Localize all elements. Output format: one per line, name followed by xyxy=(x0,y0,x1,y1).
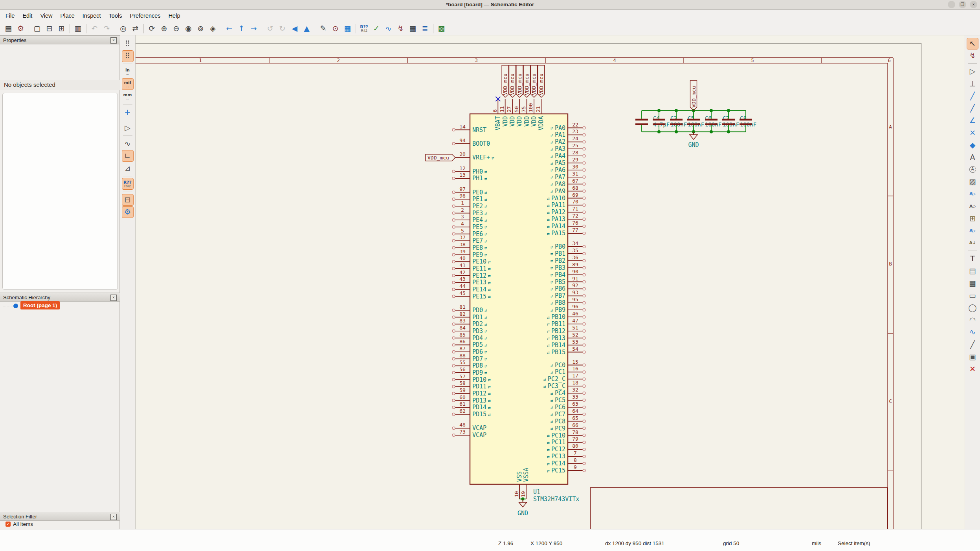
add-ellipse-icon[interactable]: ◯ xyxy=(967,302,978,313)
properties-close-icon[interactable]: × xyxy=(110,37,117,44)
annotate-icon[interactable]: ✎ xyxy=(318,24,329,34)
paste-icon[interactable]: ▥ xyxy=(73,24,83,34)
hidden-pins-icon[interactable]: ▷ xyxy=(122,123,133,134)
redo-icon[interactable]: ↷ xyxy=(102,24,112,34)
junction-icon[interactable]: ◆ xyxy=(967,139,978,150)
find-replace-icon[interactable]: ⇄ xyxy=(130,24,141,34)
schematic-setup-icon[interactable]: ⚙ xyxy=(16,24,26,34)
add-power-icon[interactable]: ⊥ xyxy=(967,78,978,89)
zoom-objects-icon[interactable]: ⊚ xyxy=(196,24,206,34)
checkbox-all-items[interactable]: ✓ xyxy=(6,522,11,527)
global-label-icon[interactable]: A▷ xyxy=(967,189,978,200)
hierarchy-root-item[interactable]: Root (page 1) xyxy=(0,301,120,311)
hierarchy-navigator-icon[interactable]: ⊟ xyxy=(122,194,133,205)
menu-preferences[interactable]: Preferences xyxy=(126,10,164,22)
probe-icon[interactable]: ↯ xyxy=(396,24,406,34)
menu-view[interactable]: View xyxy=(36,10,56,22)
zoom-out-icon[interactable]: ⊖ xyxy=(171,24,182,34)
highlight-net-icon[interactable]: ↯ xyxy=(967,50,978,61)
sheet-pin-icon[interactable]: A↓ xyxy=(967,238,978,249)
rotate-cw-icon[interactable]: ↻ xyxy=(277,24,288,34)
nav-forward-icon[interactable]: → xyxy=(249,24,259,34)
properties-tools-icon[interactable]: ⚙ xyxy=(122,207,133,218)
select-cursor-icon[interactable]: ↖ xyxy=(967,38,978,49)
undo-icon[interactable]: ↶ xyxy=(90,24,100,34)
new-sheet-icon[interactable]: ▢ xyxy=(32,24,42,34)
zoom-fit-icon[interactable]: ◉ xyxy=(184,24,194,34)
gnd-symbol[interactable] xyxy=(519,502,527,507)
save-icon[interactable]: ▤ xyxy=(4,24,14,34)
print-icon[interactable]: ⊟ xyxy=(44,24,55,34)
mirror-v-icon[interactable]: ▲ xyxy=(302,24,312,34)
schematic-canvas[interactable]: 123456ABCU1STM32H743VITx14NRST94BOOT0VDD… xyxy=(136,35,965,529)
close-button[interactable]: × xyxy=(970,1,977,8)
annotate-schematic-icon[interactable]: R??R42 xyxy=(359,24,369,34)
mirror-h-icon[interactable]: ◀ xyxy=(290,24,300,34)
menu-inspect[interactable]: Inspect xyxy=(79,10,105,22)
refresh-icon[interactable]: ⟳ xyxy=(147,24,157,34)
nav-up-icon[interactable]: ↑ xyxy=(237,24,247,34)
hierarchy-close-icon[interactable]: × xyxy=(110,295,117,301)
maximize-button[interactable]: ❐ xyxy=(959,1,966,8)
edit-symbol-fields-icon[interactable]: ▦ xyxy=(343,24,353,34)
crosshair-cursor-icon[interactable]: + xyxy=(122,107,133,118)
minimize-button[interactable]: – xyxy=(948,1,955,8)
menu-tools[interactable]: Tools xyxy=(105,10,126,22)
unit-mm-icon[interactable]: mm↔ xyxy=(122,91,133,102)
nav-back-icon[interactable]: ← xyxy=(224,24,235,34)
wires-45deg-icon[interactable]: ⊿ xyxy=(122,163,133,174)
add-bus-icon[interactable]: ╱ xyxy=(967,103,978,114)
annotate-auto-icon[interactable]: R??R42 xyxy=(122,178,133,189)
add-table-icon[interactable]: ▦ xyxy=(967,278,978,289)
zoom-in-icon[interactable]: ⊕ xyxy=(159,24,169,34)
unit-mils-icon[interactable]: mil↔ xyxy=(122,79,133,90)
add-wire-icon[interactable]: ╱ xyxy=(967,90,978,101)
gnd-symbol[interactable] xyxy=(690,135,697,139)
rotate-ccw-icon[interactable]: ↺ xyxy=(265,24,275,34)
net-label-icon[interactable]: A xyxy=(967,152,978,163)
svg-text:6: 6 xyxy=(888,58,890,63)
delete-tool-icon[interactable]: ✕ xyxy=(967,363,978,374)
free-angle-wires-icon[interactable]: ∿ xyxy=(122,138,133,149)
decoupling-cap-bank[interactable]: C44.7µFC3100nFC5100nFC6100nFC7100nFC8100… xyxy=(635,109,756,134)
grid-override-icon[interactable]: ⠿ xyxy=(122,51,133,62)
no-connect-flag-icon[interactable]: × xyxy=(967,127,978,138)
wire-to-bus-entry-icon[interactable]: ∠ xyxy=(967,115,978,126)
add-arc-icon[interactable]: ◠ xyxy=(967,315,978,326)
capacitor-C4[interactable]: C44.7µF xyxy=(635,111,670,132)
add-image-icon[interactable]: ▣ xyxy=(967,351,978,362)
simulator-icon[interactable]: ∿ xyxy=(384,24,394,34)
import-sheet-pin-icon[interactable]: A▷ xyxy=(967,225,978,236)
unit-inches-icon[interactable]: in↔ xyxy=(122,66,133,77)
add-sheet-icon[interactable]: ⊞ xyxy=(967,213,978,224)
mcu-bottom-pins[interactable]: 10VSS19VSSAGND xyxy=(514,468,530,517)
add-bezier-icon[interactable]: ∿ xyxy=(967,327,978,338)
text-box-icon[interactable]: ▤ xyxy=(967,265,978,276)
hierarchical-label-icon[interactable]: A◇ xyxy=(967,201,978,212)
zoom-selection-icon[interactable]: ◈ xyxy=(208,24,218,34)
add-text-icon[interactable]: T xyxy=(967,253,978,264)
hierarchy-root-label[interactable]: Root (page 1) xyxy=(20,301,60,309)
plot-icon[interactable]: ⊞ xyxy=(57,24,67,34)
net-table-icon[interactable]: ▦ xyxy=(408,24,418,34)
bom-icon[interactable]: ≣ xyxy=(420,24,430,34)
hv-wires-icon[interactable]: ∟ xyxy=(122,150,133,161)
cap-bank-gnd[interactable]: GND xyxy=(688,132,699,149)
add-rectangle-icon[interactable]: ▭ xyxy=(967,290,978,301)
menu-file[interactable]: File xyxy=(2,10,18,22)
find-icon[interactable]: ◎ xyxy=(118,24,128,34)
menu-place[interactable]: Place xyxy=(57,10,79,22)
add-line-icon[interactable]: ╱ xyxy=(967,339,978,350)
erc-icon[interactable]: ✓ xyxy=(371,24,382,34)
open-pcb-editor-icon[interactable]: ▩ xyxy=(437,24,447,34)
symbol-checker-icon[interactable]: ⊙ xyxy=(330,24,341,34)
rule-area-icon[interactable]: ▨ xyxy=(967,176,978,187)
filter-item-all-items[interactable]: ✓All items xyxy=(6,521,117,527)
netclass-directive-icon[interactable]: A xyxy=(967,164,978,175)
menu-help[interactable]: Help xyxy=(165,10,184,22)
grid-dots-icon[interactable]: ⠿ xyxy=(122,38,133,49)
cap-bank-power-label[interactable]: VDD_mcu xyxy=(690,81,697,110)
selection-filter-close-icon[interactable]: × xyxy=(110,514,117,520)
menu-edit[interactable]: Edit xyxy=(18,10,36,22)
add-symbol-icon[interactable]: ▷ xyxy=(967,66,978,77)
